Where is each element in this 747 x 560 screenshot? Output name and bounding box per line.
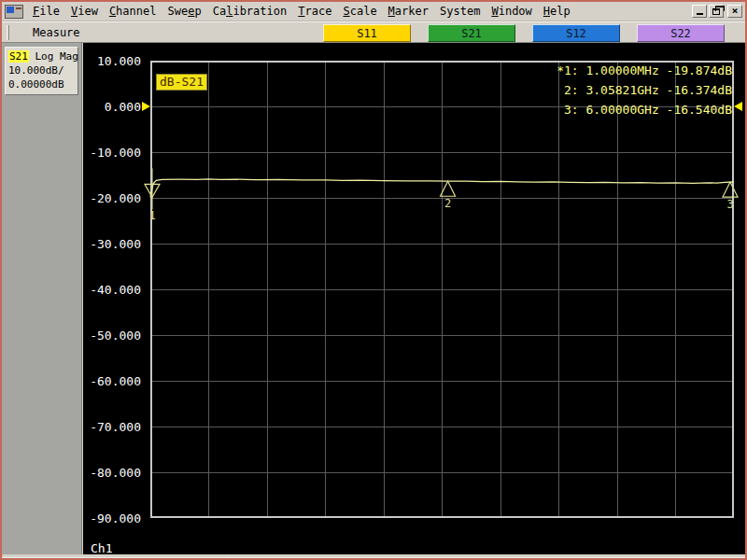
- menu-item-calibration[interactable]: Calibration: [207, 4, 293, 19]
- y-axis-tick: -90.000: [83, 511, 145, 525]
- minimize-icon: [697, 13, 703, 15]
- plot-grid: 123: [150, 61, 734, 518]
- y-axis-tick: -80.000: [83, 466, 145, 480]
- trace-format-line: S21 Log Mag: [8, 49, 75, 63]
- reference-level: 0.00000dB: [8, 77, 75, 91]
- app-icon[interactable]: [5, 5, 23, 19]
- marker-readout-line-2: 2: 3.05821GHz -16.374dB: [557, 80, 732, 100]
- sparam-button-s11[interactable]: S11: [323, 24, 411, 42]
- marker-readout-line-1: *1: 1.00000MHz -19.874dB: [557, 61, 732, 80]
- channel-label: Ch1: [91, 541, 112, 555]
- toolbar-grip[interactable]: [7, 25, 9, 40]
- y-axis-tick: 10.000: [83, 54, 145, 68]
- y-axis-tick: -20.000: [83, 191, 145, 205]
- sparam-button-s21[interactable]: S21: [428, 24, 515, 42]
- parameter-badge: S21: [8, 50, 29, 63]
- menu-item-sweep[interactable]: Sweep: [162, 4, 207, 19]
- menu-item-file[interactable]: File: [27, 4, 65, 19]
- marker-readout: *1: 1.00000MHz -19.874dB 2: 3.05821GHz -…: [557, 61, 732, 119]
- restore-icon: [712, 8, 720, 15]
- toolbar: Measure S11S21S12S22: [2, 21, 745, 43]
- y-axis-tick: -60.000: [83, 374, 145, 388]
- menu-item-channel[interactable]: Channel: [104, 4, 162, 19]
- marker-number-label: 1: [148, 209, 155, 222]
- reference-level-arrow-left-icon[interactable]: [142, 102, 150, 111]
- marker-1[interactable]: 1: [145, 168, 160, 222]
- menu-item-help[interactable]: Help: [538, 4, 576, 19]
- marker-number-label: 3: [726, 198, 733, 211]
- chart-area: 10.0000.000-10.000-20.000-30.000-40.000-…: [83, 43, 747, 554]
- sparam-button-s12[interactable]: S12: [532, 24, 620, 42]
- format-label: Log Mag: [35, 50, 78, 63]
- reference-level-arrow-right-icon[interactable]: [734, 102, 742, 111]
- y-axis-tick: -30.000: [83, 237, 145, 251]
- menu-item-view[interactable]: View: [65, 4, 104, 19]
- restore-button[interactable]: [709, 5, 724, 18]
- y-axis-tick: -40.000: [83, 283, 145, 297]
- marker-readout-line-3: 3: 6.00000GHz -16.540dB: [557, 100, 732, 119]
- sparam-button-s22[interactable]: S22: [637, 24, 725, 42]
- y-axis-tick: 0.000: [83, 100, 145, 114]
- menu-bar: FileViewChannelSweepCalibrationTraceScal…: [2, 2, 745, 21]
- menu-item-system[interactable]: System: [434, 4, 486, 19]
- menu-items: FileViewChannelSweepCalibrationTraceScal…: [27, 4, 576, 19]
- marker-number-label: 2: [444, 197, 451, 210]
- scale-per-div: 10.000dB/: [8, 63, 75, 77]
- window-controls: ×: [692, 5, 745, 18]
- y-axis-tick: -50.000: [83, 329, 145, 343]
- trace-info-box[interactable]: S21 Log Mag 10.000dB/ 0.00000dB: [5, 47, 78, 95]
- minimize-button[interactable]: [692, 5, 707, 18]
- marker-3[interactable]: 3: [723, 182, 738, 211]
- trace-title-badge: dB-S21: [156, 74, 207, 91]
- menu-item-scale[interactable]: Scale: [337, 4, 382, 19]
- menu-item-marker[interactable]: Marker: [383, 4, 434, 19]
- menu-item-trace[interactable]: Trace: [292, 4, 337, 19]
- menu-item-window[interactable]: Window: [486, 4, 537, 19]
- x-axis-status-line: Ch1 Start:300.000kHz Stop:6.00000GHz: [83, 527, 747, 543]
- sidebar: S21 Log Mag 10.000dB/ 0.00000dB: [2, 43, 82, 554]
- close-button[interactable]: ×: [727, 5, 742, 18]
- start-frequency-label: Start:300.000kHz: [132, 555, 273, 560]
- measure-label: Measure: [33, 26, 80, 39]
- y-axis-tick: -10.000: [83, 146, 145, 160]
- marker-triangle-up-icon: [723, 182, 738, 197]
- y-axis-tick: -70.000: [83, 420, 145, 434]
- app-window: FileViewChannelSweepCalibrationTraceScal…: [0, 0, 747, 560]
